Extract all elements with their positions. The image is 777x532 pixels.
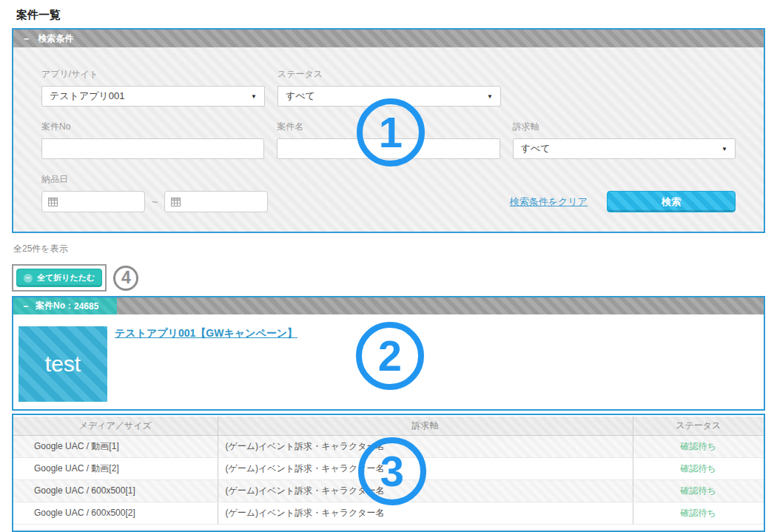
case-no-chip[interactable]: − 案件No： 24685 — [13, 297, 117, 314]
appeal-axis-cell: (ゲーム)イベント訴求・キャラクター名 — [218, 502, 633, 524]
status-badge: 確認待ち — [633, 479, 764, 502]
media-size-cell: Google UAC / 動画[2] — [13, 457, 218, 479]
case-no-label: 案件No — [41, 121, 264, 133]
minus-icon: − — [24, 274, 33, 283]
case-panel: − 案件No： 24685 test テストアプリ001【GWキャンペーン】 — [12, 296, 765, 411]
status-select[interactable]: すべて ▼ — [278, 86, 501, 107]
collapse-all-label: 全て折りたたむ — [37, 272, 95, 283]
case-name-input[interactable] — [277, 138, 500, 159]
column-header-media-size: メディア／サイズ — [13, 417, 218, 435]
collapse-all-button[interactable]: − 全て折りたたむ — [16, 269, 102, 287]
annotation-highlight-box: − 全て折りたたむ — [12, 264, 107, 292]
creative-table-panel: メディア／サイズ 訴求軸 ステータス Google UAC / 動画[1] (ゲ… — [12, 414, 765, 532]
app-site-select[interactable]: テストアプリ001 ▼ — [41, 86, 265, 107]
status-value: すべて — [286, 90, 315, 103]
case-no-prefix: 案件No： — [36, 300, 74, 312]
search-button[interactable]: 検索 — [607, 191, 736, 212]
appeal-axis-cell: (ゲーム)イベント訴求・キャラクター名 — [218, 435, 633, 457]
table-row[interactable]: Google UAC / 動画[1] (ゲーム)イベント訴求・キャラクター名 確… — [13, 435, 764, 457]
table-row[interactable]: Google UAC / 600x500[1] (ゲーム)イベント訴求・キャラク… — [13, 479, 764, 502]
media-size-cell: Google UAC / 動画[1] — [13, 435, 218, 457]
media-size-cell: Google UAC / 600x500[1] — [13, 479, 218, 502]
appeal-axis-value: すべて — [521, 142, 551, 155]
status-badge: 確認待ち — [633, 435, 764, 457]
case-no-value: 24685 — [74, 301, 98, 312]
column-header-status: ステータス — [633, 417, 764, 435]
collapse-minus-icon[interactable]: − — [24, 33, 30, 44]
creative-table: メディア／サイズ 訴求軸 ステータス Google UAC / 動画[1] (ゲ… — [13, 417, 764, 525]
appeal-axis-cell: (ゲーム)イベント訴求・キャラクター名 — [218, 457, 633, 479]
collapse-minus-icon[interactable]: − — [23, 301, 28, 312]
page-title: 案件一覧 — [16, 7, 777, 22]
table-row[interactable]: Google UAC / 600x500[2] (ゲーム)イベント訴求・キャラク… — [13, 502, 764, 524]
status-badge: 確認待ち — [633, 457, 764, 479]
delivery-date-to-input[interactable] — [164, 191, 268, 212]
appeal-axis-cell: (ゲーム)イベント訴求・キャラクター名 — [218, 479, 633, 502]
appeal-axis-label: 訴求軸 — [513, 121, 736, 133]
case-thumbnail: test — [18, 326, 107, 402]
appeal-axis-select[interactable]: すべて ▼ — [513, 138, 736, 159]
case-name-label: 案件名 — [277, 121, 500, 133]
chevron-down-icon: ▼ — [251, 93, 257, 100]
result-count-text: 全25件を表示 — [13, 243, 777, 255]
chevron-down-icon: ▼ — [487, 93, 493, 100]
page: 案件一覧 − 検索条件 アプリ/サイト テストアプリ001 ▼ ステータス すべ… — [0, 0, 777, 532]
date-range-separator: ~ — [152, 196, 158, 208]
case-no-input[interactable] — [41, 138, 264, 159]
clear-search-link[interactable]: 検索条件をクリア — [510, 195, 588, 209]
case-panel-header: − 案件No： 24685 — [13, 297, 764, 314]
table-header-row: メディア／サイズ 訴求軸 ステータス — [13, 417, 764, 435]
status-badge: 確認待ち — [633, 502, 764, 524]
status-label: ステータス — [278, 68, 501, 81]
thumbnail-text: test — [45, 351, 81, 377]
delivery-date-label: 納品日 — [41, 173, 268, 186]
search-panel: − 検索条件 アプリ/サイト テストアプリ001 ▼ ステータス すべて ▼ — [12, 28, 765, 233]
case-body: test テストアプリ001【GWキャンペーン】 — [13, 314, 764, 409]
collapse-all-row: − 全て折りたたむ 4 — [12, 263, 777, 292]
annotation-circle-4: 4 — [113, 266, 138, 291]
search-panel-title: 検索条件 — [38, 33, 74, 45]
chevron-down-icon: ▼ — [722, 146, 727, 152]
delivery-date-from-input[interactable] — [41, 191, 145, 212]
search-form: アプリ/サイト テストアプリ001 ▼ ステータス すべて ▼ 案件No — [13, 47, 764, 232]
app-site-value: テストアプリ001 — [50, 90, 125, 103]
app-site-label: アプリ/サイト — [41, 68, 265, 81]
table-row[interactable]: Google UAC / 動画[2] (ゲーム)イベント訴求・キャラクター名 確… — [13, 457, 764, 479]
calendar-icon — [48, 198, 58, 206]
case-title-link[interactable]: テストアプリ001【GWキャンペーン】 — [115, 327, 297, 403]
column-header-appeal-axis: 訴求軸 — [218, 417, 633, 435]
media-size-cell: Google UAC / 600x500[2] — [13, 502, 218, 524]
search-panel-header[interactable]: − 検索条件 — [13, 30, 764, 47]
calendar-icon — [171, 198, 181, 206]
